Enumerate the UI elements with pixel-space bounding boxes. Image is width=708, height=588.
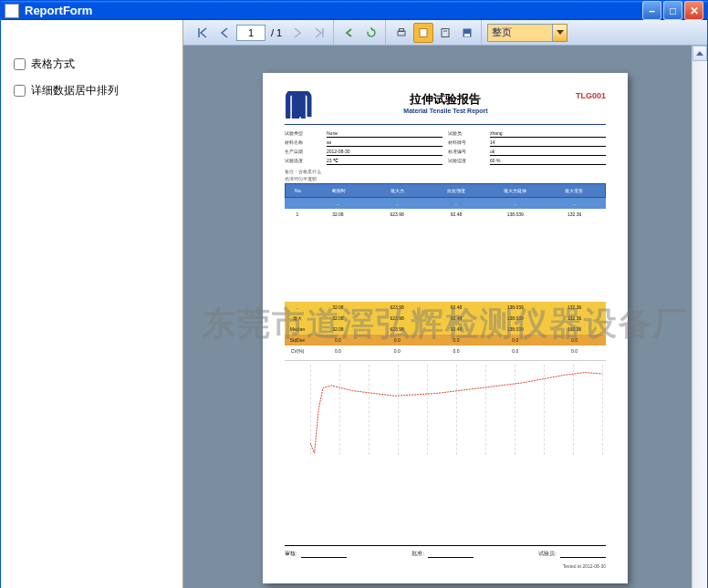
next-page-button[interactable]	[287, 23, 307, 43]
summary-row: Median32.08623.9892.48138.039132.36	[285, 324, 606, 335]
summary-row: CV(%)0.00.00.00.00.0	[285, 346, 606, 356]
table-row: 1 32.08 623.98 92.48 138.039 132.36	[285, 209, 606, 220]
prev-page-button[interactable]	[214, 23, 234, 43]
print-button[interactable]	[391, 23, 411, 43]
checkbox-center-align-input[interactable]	[14, 85, 26, 97]
zoom-value: 整页	[487, 24, 553, 42]
report-footdate: Tested at 2012-08-30	[563, 563, 606, 569]
summary-table: ...32.08623.9892.48138.039132.36最大32.086…	[285, 302, 606, 356]
svg-rect-1	[400, 28, 404, 31]
scroll-up-button[interactable]	[692, 46, 707, 61]
report-note1: 备注：合格是什么	[285, 169, 606, 174]
svg-rect-2	[420, 28, 427, 36]
vertical-scrollbar[interactable]	[692, 46, 707, 588]
refresh-button[interactable]	[361, 23, 381, 43]
page-total-label: / 1	[267, 27, 286, 38]
checkbox-center-align[interactable]: 详细数据居中排列	[14, 83, 170, 98]
back-button[interactable]	[339, 23, 359, 43]
logo-icon	[285, 91, 316, 119]
scroll-track[interactable]	[692, 61, 707, 588]
report-code: TLG001	[576, 91, 606, 100]
page-setup-button[interactable]	[435, 23, 455, 43]
toolbar: / 1 整页	[183, 20, 707, 46]
summary-row: 最大32.08623.9892.48138.039132.36	[285, 313, 606, 324]
checkbox-table-mode[interactable]: 表格方式	[14, 57, 170, 72]
print-layout-button[interactable]	[413, 23, 433, 43]
table-header: No. 断裂时 最大力 抗拉强度 最大力延伸 最大变形	[285, 183, 606, 198]
summary-row: StdDev0.00.00.00.00.0	[285, 335, 606, 346]
summary-row: ...32.08623.9892.48138.039132.36	[285, 302, 606, 313]
zoom-dropdown-button[interactable]	[553, 24, 567, 42]
svg-rect-3	[442, 28, 449, 36]
table-subhead: ...............	[285, 198, 606, 209]
checkbox-center-align-label: 详细数据居中排列	[31, 83, 119, 98]
maximize-button[interactable]: □	[663, 1, 682, 20]
last-page-button[interactable]	[309, 23, 329, 43]
svg-rect-6	[464, 34, 470, 36]
save-button[interactable]	[457, 23, 477, 43]
app-icon	[5, 4, 19, 18]
checkbox-table-mode-input[interactable]	[14, 58, 26, 70]
zoom-select[interactable]: 整页	[487, 24, 567, 42]
sidebar: 表格方式 详细数据居中排列	[1, 20, 183, 588]
minimize-button[interactable]: –	[642, 1, 661, 20]
report-title-cn: 拉伸试验报告	[316, 91, 576, 108]
titlebar: ReportForm – □ ✕	[1, 1, 707, 20]
close-button[interactable]: ✕	[684, 1, 703, 20]
report-note2: 色泽均匀半透明	[285, 176, 606, 181]
report-meta: 试验类型None 试验员zhang 材料名称as 材料牌号14 生产日期2012…	[285, 130, 606, 165]
report-title-en: Material Tensile Test Report	[316, 108, 576, 114]
report-footer: 审核: 批准: 试验员:	[285, 545, 606, 558]
report-page: 拉伸试验报告 Material Tensile Test Report TLG0…	[263, 73, 628, 583]
checkbox-table-mode-label: 表格方式	[31, 57, 75, 72]
page-number-input[interactable]	[236, 25, 266, 41]
window-title: ReportForm	[25, 4, 640, 17]
report-chart	[285, 360, 606, 469]
page-viewport: 拉伸试验报告 Material Tensile Test Report TLG0…	[183, 46, 707, 588]
first-page-button[interactable]	[193, 23, 213, 43]
